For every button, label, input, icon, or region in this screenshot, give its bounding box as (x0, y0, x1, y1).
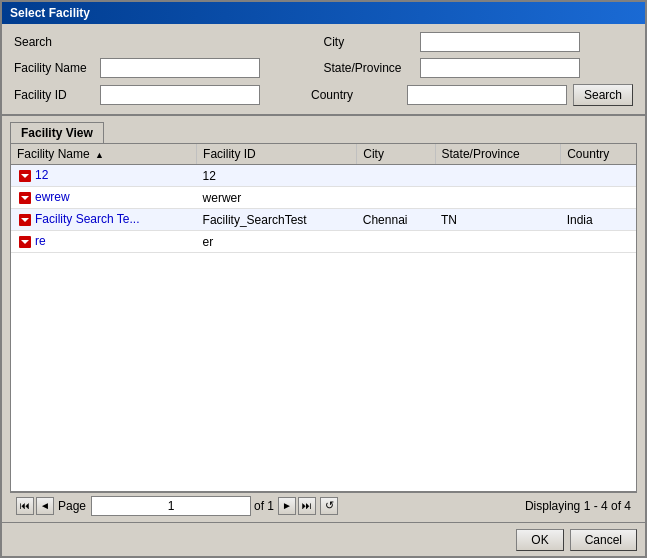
dialog-title: Select Facility (10, 6, 90, 20)
title-bar: Select Facility (2, 2, 645, 24)
table-row[interactable]: Facility Search Te...Facility_SearchTest… (11, 209, 636, 231)
row-select-icon[interactable] (17, 234, 33, 250)
cancel-button[interactable]: Cancel (570, 529, 637, 551)
facility-id-label: Facility ID (14, 88, 94, 102)
table-row[interactable]: 1212 (11, 165, 636, 187)
facility-id-input[interactable] (100, 85, 260, 105)
facility-table: Facility Name ▲ Facility ID City State/P… (11, 144, 636, 253)
search-button[interactable]: Search (573, 84, 633, 106)
state-province-input[interactable] (420, 58, 580, 78)
of-label: of 1 (254, 499, 274, 513)
city-label: City (324, 35, 414, 49)
facility-name-cell[interactable]: ewrew (11, 187, 197, 209)
facility-city-cell (357, 187, 435, 209)
facility-name-cell[interactable]: re (11, 231, 197, 253)
facility-country-cell: India (561, 209, 636, 231)
col-header-name[interactable]: Facility Name ▲ (11, 144, 197, 165)
pagination-bar: ⏮ ◄ Page of 1 ► ⏭ ↺ Displaying 1 - 4 of … (10, 492, 637, 518)
displaying-text: Displaying 1 - 4 of 4 (525, 499, 631, 513)
facility-id-cell: Facility_SearchTest (197, 209, 357, 231)
next-page-button[interactable]: ► (278, 497, 296, 515)
facility-name-cell[interactable]: 12 (11, 165, 197, 187)
facility-name-input[interactable] (100, 58, 260, 78)
refresh-button[interactable]: ↺ (320, 497, 338, 515)
col-header-country[interactable]: Country (561, 144, 636, 165)
facility-country-cell (561, 187, 636, 209)
country-input[interactable] (407, 85, 567, 105)
facility-city-cell: Chennai (357, 209, 435, 231)
select-facility-dialog: Select Facility Search City Facility Nam… (0, 0, 647, 558)
facility-city-cell (357, 231, 435, 253)
facility-table-container: Facility Name ▲ Facility ID City State/P… (10, 143, 637, 492)
state-province-label: State/Province (324, 61, 414, 75)
facility-id-cell: 12 (197, 165, 357, 187)
row-select-icon[interactable] (17, 212, 33, 228)
search-panel: Search City Facility Name State/Province… (2, 24, 645, 116)
facility-country-cell (561, 231, 636, 253)
last-page-button[interactable]: ⏭ (298, 497, 316, 515)
facility-view-tab[interactable]: Facility View (10, 122, 104, 143)
ok-button[interactable]: OK (516, 529, 563, 551)
facility-id-cell: er (197, 231, 357, 253)
facility-state-cell (435, 231, 561, 253)
page-number-input[interactable] (91, 496, 251, 516)
facility-state-cell: TN (435, 209, 561, 231)
country-label: Country (311, 88, 401, 102)
table-row[interactable]: reer (11, 231, 636, 253)
facility-country-cell (561, 165, 636, 187)
page-label: Page (58, 499, 86, 513)
facility-name-label: Facility Name (14, 61, 94, 75)
facility-view-section: Facility View Facility Name ▲ Facility I… (2, 116, 645, 522)
col-header-state[interactable]: State/Province (435, 144, 561, 165)
facility-state-cell (435, 187, 561, 209)
col-header-city[interactable]: City (357, 144, 435, 165)
facility-id-cell: werwer (197, 187, 357, 209)
city-input[interactable] (420, 32, 580, 52)
facility-city-cell (357, 165, 435, 187)
first-page-button[interactable]: ⏮ (16, 497, 34, 515)
prev-page-button[interactable]: ◄ (36, 497, 54, 515)
row-select-icon[interactable] (17, 190, 33, 206)
bottom-bar: OK Cancel (2, 522, 645, 556)
search-section-label: Search (14, 35, 52, 49)
table-row[interactable]: ewrewwerwer (11, 187, 636, 209)
row-select-icon[interactable] (17, 168, 33, 184)
facility-state-cell (435, 165, 561, 187)
facility-name-cell[interactable]: Facility Search Te... (11, 209, 197, 231)
col-header-id[interactable]: Facility ID (197, 144, 357, 165)
